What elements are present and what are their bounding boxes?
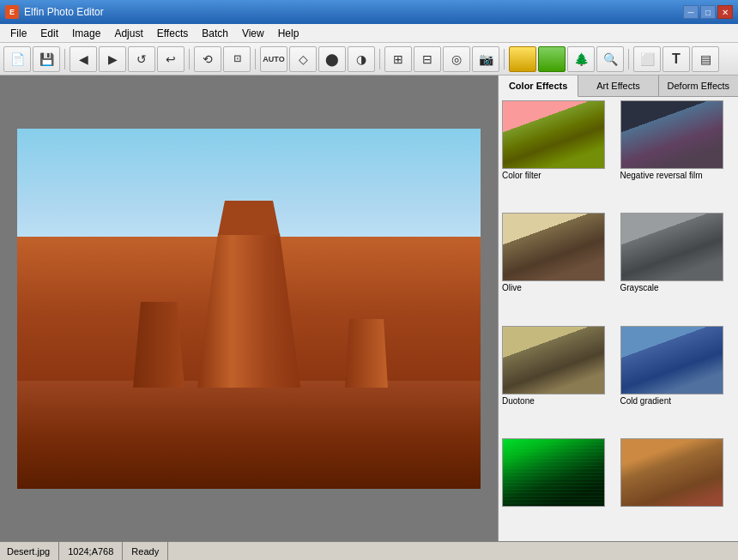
thumb-img-grayscale: [621, 214, 723, 280]
thumb-img-duotone: [503, 327, 604, 394]
close-button[interactable]: ✕: [717, 5, 733, 19]
add-button[interactable]: ⊞: [384, 46, 412, 72]
separator-5: [504, 49, 505, 69]
lens-button[interactable]: ◑: [348, 46, 375, 72]
effect-cold-gradient[interactable]: Cold gradient: [620, 326, 735, 435]
magnify-button[interactable]: 🔍: [596, 46, 624, 72]
undo-button[interactable]: ↩: [157, 46, 184, 72]
butte-top: [215, 201, 283, 235]
label-grayscale: Grayscale: [620, 281, 735, 294]
frame-button[interactable]: ⬜: [633, 46, 661, 72]
ground-plane: [17, 381, 481, 489]
tab-color-effects[interactable]: Color Effects: [499, 75, 578, 97]
toolbar: 📄 💾 ◀ ▶ ↺ ↩ ⟲ ⊡ AUTO ◇ ⬤ ◑ ⊞ ⊟ ◎ 📷 🌲 🔍 ⬜…: [0, 43, 738, 75]
thumb-img-color-filter: [503, 101, 604, 168]
butte-left: [133, 302, 184, 388]
effect-warm[interactable]: [620, 438, 735, 538]
back-button[interactable]: ◀: [70, 46, 97, 72]
window-title: Elfin Photo Editor: [24, 6, 683, 18]
effects-tabs: Color Effects Art Effects Deform Effects: [499, 75, 738, 97]
effect-color-filter[interactable]: Color filter: [502, 100, 617, 209]
enhance-button[interactable]: ◇: [289, 46, 317, 72]
thumbnail-cold-gradient: [620, 326, 723, 394]
trees-button[interactable]: 🌲: [567, 46, 595, 72]
effect-negative-reversal[interactable]: Negative reversal film: [620, 100, 735, 209]
title-bar: E Elfin Photo Editor ─ □ ✕: [0, 0, 738, 24]
sphere-button[interactable]: ⬤: [318, 46, 346, 72]
new-button[interactable]: 📄: [3, 46, 31, 72]
separator-3: [255, 49, 256, 69]
thumbnail-grayscale: [620, 213, 723, 281]
effect-grayscale[interactable]: Grayscale: [620, 213, 735, 322]
menu-bar: File Edit Image Adjust Effects Batch Vie…: [0, 24, 738, 43]
forward-button[interactable]: ▶: [99, 46, 126, 72]
maximize-button[interactable]: □: [700, 5, 716, 19]
menu-file[interactable]: File: [3, 26, 33, 41]
separator-4: [379, 49, 380, 69]
tab-deform-effects[interactable]: Deform Effects: [659, 75, 738, 96]
label-negative-reversal: Negative reversal film: [620, 169, 735, 182]
crop-button[interactable]: ⊡: [223, 46, 251, 72]
rotate-left-button[interactable]: ↺: [128, 46, 155, 72]
label-duotone: Duotone: [502, 394, 617, 407]
flip-button[interactable]: ⊟: [414, 46, 441, 72]
app-icon: E: [5, 5, 19, 19]
status-filename: Desert.jpg: [3, 542, 59, 560]
menu-edit[interactable]: Edit: [33, 26, 65, 41]
menu-adjust[interactable]: Adjust: [107, 26, 149, 41]
effects-grid: Color filter Negative reversal film Oliv…: [499, 97, 738, 541]
effect-olive[interactable]: Olive: [502, 213, 617, 322]
thumbnail-neon: [502, 438, 605, 507]
thumb-img-olive: [503, 214, 604, 280]
status-bar: Desert.jpg 1024;A768 Ready: [0, 541, 738, 560]
thumbnail-color-filter: [502, 100, 605, 169]
thumb-img-warm: [621, 439, 723, 506]
thumbnail-duotone: [502, 326, 605, 394]
text-button[interactable]: T: [662, 46, 690, 72]
thumb-img-negative: [621, 101, 723, 168]
menu-image[interactable]: Image: [65, 26, 107, 41]
yellow-rect-button[interactable]: [509, 46, 536, 72]
main-image: [17, 129, 481, 489]
thumb-img-cold-gradient: [621, 327, 723, 394]
minimize-button[interactable]: ─: [683, 5, 699, 19]
butte-right: [345, 319, 388, 388]
auto-button[interactable]: AUTO: [260, 46, 287, 72]
canvas-area[interactable]: [0, 75, 498, 541]
separator-6: [628, 49, 629, 69]
label-color-filter: Color filter: [502, 169, 617, 182]
separator-1: [64, 49, 65, 69]
green-rect-button[interactable]: [538, 46, 566, 72]
label-neon: [502, 507, 617, 510]
main-content: Color Effects Art Effects Deform Effects…: [0, 75, 738, 541]
thumb-img-neon: [503, 439, 604, 506]
label-cold-gradient: Cold gradient: [620, 394, 735, 407]
menu-help[interactable]: Help: [271, 26, 306, 41]
menu-effects[interactable]: Effects: [150, 26, 195, 41]
menu-view[interactable]: View: [235, 26, 271, 41]
menu-batch[interactable]: Batch: [195, 26, 235, 41]
transform-button[interactable]: ⟲: [194, 46, 221, 72]
color-button[interactable]: ◎: [443, 46, 470, 72]
thumbnail-warm: [620, 438, 723, 507]
status-ready: Ready: [123, 542, 168, 560]
sliders-button[interactable]: ▤: [692, 46, 719, 72]
camera-button[interactable]: 📷: [472, 46, 499, 72]
window-controls: ─ □ ✕: [683, 5, 733, 19]
thumbnail-olive: [502, 213, 605, 281]
effects-panel: Color Effects Art Effects Deform Effects…: [498, 75, 738, 541]
thumbnail-negative-reversal: [620, 100, 723, 169]
tab-art-effects[interactable]: Art Effects: [578, 75, 658, 96]
effect-duotone[interactable]: Duotone: [502, 326, 617, 435]
label-warm: [620, 507, 735, 510]
save-button[interactable]: 💾: [33, 46, 60, 72]
label-olive: Olive: [502, 281, 617, 294]
separator-2: [189, 49, 190, 69]
status-dimensions: 1024;A768: [59, 542, 123, 560]
effect-neon[interactable]: [502, 438, 617, 538]
